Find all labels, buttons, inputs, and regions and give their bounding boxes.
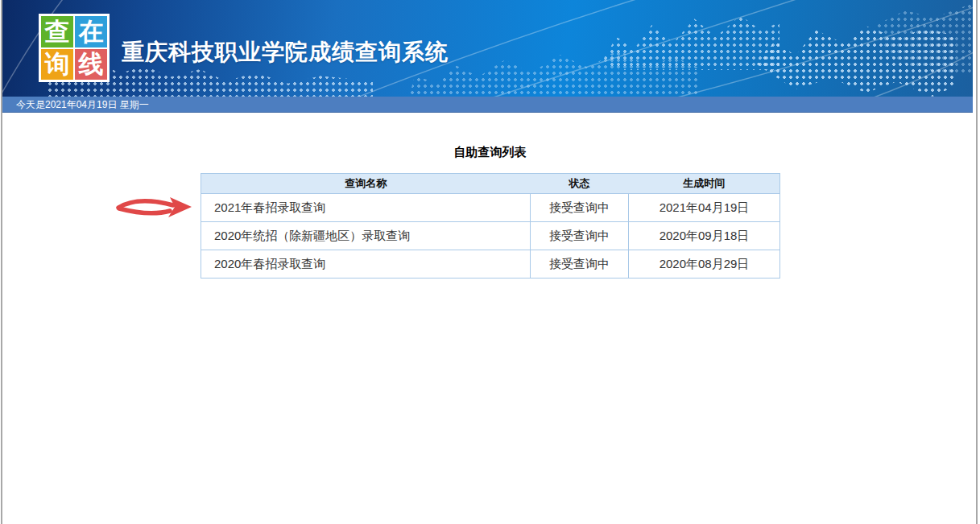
status-cell: 接受查询中 xyxy=(531,222,629,250)
table-row[interactable]: 2020年春招录取查询接受查询中2020年08月29日 xyxy=(201,250,780,279)
column-header-status: 状态 xyxy=(531,174,629,194)
query-table: 查询名称 状态 生成时间 2021年春招录取查询接受查询中2021年04月19日… xyxy=(201,173,780,279)
date-bar: 今天是2021年04月19日 星期一 xyxy=(2,97,973,113)
column-header-query-name: 查询名称 xyxy=(201,174,531,194)
logo-square: 在 xyxy=(75,16,107,47)
query-name-cell[interactable]: 2020年春招录取查询 xyxy=(201,250,531,279)
header-banner: 查 在 询 线 重庆科技职业学院成绩查询系统 xyxy=(2,0,973,97)
query-name-cell[interactable]: 2020年统招（除新疆地区）录取查询 xyxy=(201,222,531,250)
query-table-body: 2021年春招录取查询接受查询中2021年04月19日2020年统招（除新疆地区… xyxy=(201,194,780,279)
column-header-generated-time: 生成时间 xyxy=(629,174,780,194)
site-logo: 查 在 询 线 xyxy=(39,14,110,82)
table-row[interactable]: 2020年统招（除新疆地区）录取查询接受查询中2020年09月18日 xyxy=(201,222,780,250)
status-cell: 接受查询中 xyxy=(531,194,629,222)
query-name-cell[interactable]: 2021年春招录取查询 xyxy=(201,194,531,222)
list-title: 自助查询列表 xyxy=(0,145,980,160)
page-right-border xyxy=(976,0,978,524)
table-header-row: 查询名称 状态 生成时间 xyxy=(201,174,780,194)
current-date-text: 今天是2021年04月19日 星期一 xyxy=(16,99,149,110)
annotation-arrow-icon xyxy=(114,191,197,223)
logo-square: 查 xyxy=(41,16,73,47)
logo-square: 线 xyxy=(75,49,107,80)
generated-date-cell: 2020年09月18日 xyxy=(629,222,780,250)
generated-date-cell: 2021年04月19日 xyxy=(629,194,780,222)
status-cell: 接受查询中 xyxy=(531,250,629,279)
generated-date-cell: 2020年08月29日 xyxy=(629,250,780,279)
table-row[interactable]: 2021年春招录取查询接受查询中2021年04月19日 xyxy=(201,194,780,222)
page: 查 在 询 线 重庆科技职业学院成绩查询系统 今天是2021年04月19日 星期… xyxy=(0,0,980,524)
logo-square: 询 xyxy=(41,49,73,80)
site-title: 重庆科技职业学院成绩查询系统 xyxy=(122,37,449,68)
